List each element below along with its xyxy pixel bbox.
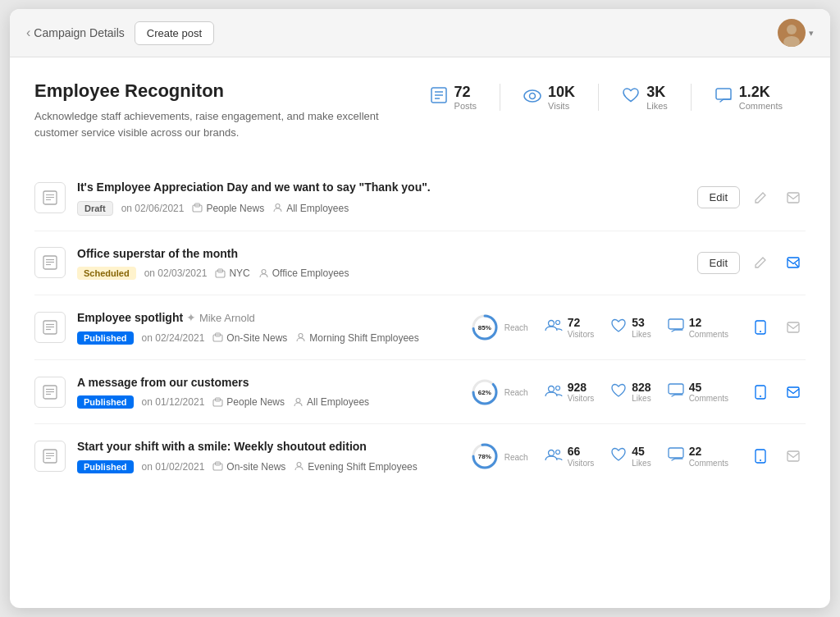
svg-rect-8 [716,89,731,99]
svg-point-38 [760,331,761,332]
user-avatar-wrapper[interactable]: ▾ [778,19,814,47]
visits-icon [523,88,541,107]
stat-likes: 3K Likes [599,84,692,111]
svg-point-1 [783,36,800,47]
svg-rect-66 [669,448,683,458]
svg-rect-29 [213,335,222,341]
reach-stat: 78% Reach [470,441,528,471]
svg-point-68 [760,459,761,461]
visitors-number: 928 [568,381,595,395]
likes-icon [622,87,640,107]
mobile-action-icon[interactable] [748,444,773,468]
stat-posts: 72 Posts [430,84,501,111]
mail-action-icon[interactable] [781,250,806,275]
stat-visits-number: 10K [548,84,575,101]
svg-rect-36 [669,319,683,329]
svg-rect-21 [216,271,225,277]
svg-rect-13 [193,205,202,212]
mobile-action-icon[interactable] [748,380,773,404]
stat-likes-content: 3K Likes [646,84,668,111]
post-type-icon [34,182,66,213]
comments-content: 22 Comments [689,445,728,468]
post-meta: Published on 02/24/2021 On-Site News Mor… [77,331,459,345]
svg-point-6 [524,90,541,102]
edit-button[interactable]: Edit [697,252,740,274]
post-stats: 85% Reach 72 Visitors [470,313,728,342]
visitors-content: 72 Visitors [568,316,595,339]
header-title: Campaign Details [34,26,125,39]
visitors-stat: 66 Visitors [545,445,595,468]
pencil-action-icon[interactable] [748,250,773,275]
post-meta: Published on 01/12/2021 People News All … [77,395,459,409]
reach-percent: 62% [478,388,491,395]
app-window: ‹ Campaign Details Create post ▾ Employe… [10,9,830,608]
svg-rect-59 [213,464,222,470]
status-badge: Scheduled [77,267,136,280]
mobile-action-icon[interactable] [748,315,773,340]
post-meta: Scheduled on 02/03/2021 NYC Office Emplo… [77,267,686,280]
mail-action-icon[interactable] [781,185,806,210]
svg-point-53 [760,395,761,397]
visitors-content: 928 Visitors [568,381,595,404]
visitors-icon [545,318,563,336]
post-meta: Published on 01/02/2021 On-site News Eve… [77,460,459,473]
back-chevron-icon: ‹ [26,25,30,40]
visitors-stat: 928 Visitors [545,381,595,404]
comments-number: 22 [689,445,728,459]
reach-percent: 78% [478,453,491,460]
likes-content: 828 Likes [632,381,651,404]
post-type-icon [34,377,66,408]
reach-chart: 62% [470,377,500,407]
post-actions: Edit [697,250,806,275]
comments-content: 45 Comments [689,381,728,404]
post-item: Start your shift with a smile: Weekly sh… [34,424,806,488]
pencil-action-icon[interactable] [748,185,773,210]
likes-label: Likes [632,394,651,403]
avatar [778,19,806,47]
comments-stat: 22 Comments [668,445,728,468]
mail-action-icon[interactable] [781,315,806,340]
post-info: It's Employee Appreciation Day and we wa… [77,180,686,216]
back-button[interactable]: ‹ Campaign Details [26,25,125,40]
visitors-icon [545,384,563,400]
post-date: on 02/24/2021 [142,332,205,344]
likes-label: Likes [632,459,651,468]
stat-likes-number: 3K [646,84,668,101]
reach-chart: 85% [470,313,500,342]
post-title: Start your shift with a smile: Weekly sh… [77,439,459,455]
svg-point-31 [299,334,303,338]
reach-chart: 78% [470,441,500,471]
stat-comments: 1.2K Comments [692,84,806,111]
header: ‹ Campaign Details Create post ▾ [10,9,830,57]
stat-posts-content: 72 Posts [454,84,477,111]
edit-button[interactable]: Edit [697,186,740,208]
post-channel: On-Site News [212,332,287,344]
svg-rect-69 [788,451,799,461]
comments-stat: 12 Comments [668,316,728,339]
visitors-label: Visitors [568,330,595,339]
post-title: It's Employee Appreciation Day and we wa… [77,180,686,196]
comments-content: 12 Comments [689,316,728,339]
stat-comments-number: 1.2K [739,84,783,101]
post-info: A message from our customers Published o… [77,375,459,409]
mail-action-icon[interactable] [781,380,806,404]
likes-icon [610,383,627,401]
likes-label: Likes [632,330,651,339]
mail-action-icon[interactable] [781,444,806,468]
post-audience: Morning Shift Employees [295,332,418,344]
post-actions [748,380,806,404]
svg-rect-16 [788,193,799,203]
posts-list: It's Employee Appreciation Day and we wa… [34,165,806,488]
posts-icon [430,86,448,108]
reach-percent: 85% [478,323,491,331]
post-info: Office superstar of the month Scheduled … [77,246,686,281]
likes-number: 45 [632,445,651,459]
stat-posts-label: Posts [454,101,477,111]
post-meta: Draft on 02/06/2021 People News All Empl… [77,201,686,216]
create-post-button[interactable]: Create post [135,21,214,45]
comments-stat: 45 Comments [668,381,728,404]
svg-point-7 [530,94,536,99]
post-stats: 62% Reach 928 Visitors [470,377,728,407]
likes-stat: 828 Likes [610,381,651,404]
status-badge: Published [77,395,134,409]
